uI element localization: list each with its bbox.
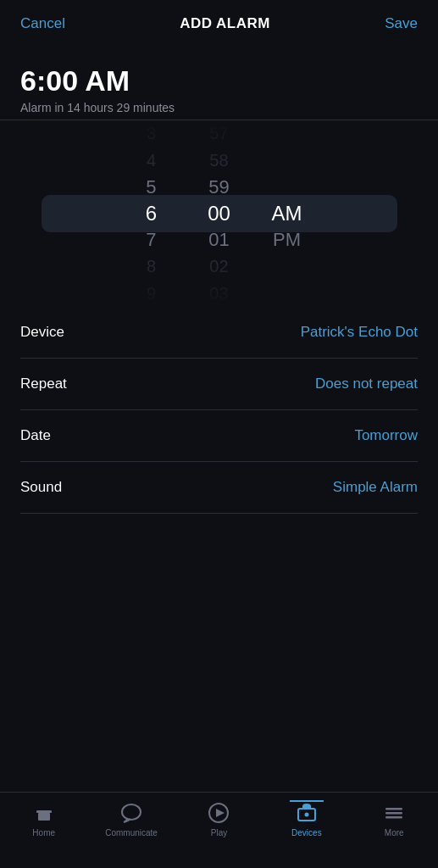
- hour-item-selected: 6: [146, 200, 157, 226]
- more-nav-label: More: [385, 828, 404, 837]
- time-picker[interactable]: 3 4 5 6 7 8 9 57 58 59 00 01 02 03: [0, 120, 438, 307]
- device-label: Device: [20, 324, 64, 341]
- sound-value: Simple Alarm: [333, 479, 418, 496]
- svg-point-3: [122, 804, 141, 820]
- repeat-row[interactable]: Repeat Does not repeat: [20, 359, 418, 410]
- ampm-item: [272, 147, 302, 173]
- communicate-icon: [119, 801, 143, 825]
- active-indicator: [290, 800, 324, 802]
- ampm-item-selected: AM: [272, 200, 302, 226]
- nav-item-devices[interactable]: Devices: [273, 801, 341, 837]
- alarm-countdown: Alarm in 14 hours 29 minutes: [20, 101, 418, 114]
- minute-picker[interactable]: 57 58 59 00 01 02 03: [186, 120, 253, 307]
- current-time: 6:00 AM: [20, 64, 418, 97]
- devices-nav-label: Devices: [291, 828, 322, 837]
- nav-item-home[interactable]: Home: [10, 801, 78, 837]
- ampm-picker[interactable]: AM PM: [253, 120, 321, 307]
- minute-item-selected: 00: [208, 200, 230, 226]
- home-icon: [32, 801, 56, 825]
- cancel-button[interactable]: Cancel: [20, 15, 65, 32]
- nav-item-communicate[interactable]: Communicate: [97, 801, 165, 837]
- hour-item: 9: [146, 281, 157, 307]
- sound-label: Sound: [20, 479, 62, 496]
- svg-rect-10: [385, 816, 402, 819]
- svg-marker-5: [216, 809, 225, 817]
- repeat-value: Does not repeat: [315, 376, 418, 392]
- minute-item: 57: [208, 120, 230, 147]
- ampm-item: [272, 281, 302, 307]
- header: Cancel ADD ALARM Save: [0, 0, 438, 44]
- minute-item: 01: [208, 227, 230, 253]
- ampm-item: PM: [272, 227, 302, 253]
- ampm-item: [272, 253, 302, 280]
- svg-rect-2: [42, 816, 47, 821]
- nav-item-play[interactable]: Play: [185, 801, 252, 837]
- sound-row[interactable]: Sound Simple Alarm: [20, 462, 418, 514]
- date-row[interactable]: Date Tomorrow: [20, 410, 418, 462]
- page-title: ADD ALARM: [180, 15, 270, 32]
- more-icon: [382, 801, 406, 825]
- hour-picker[interactable]: 3 4 5 6 7 8 9: [118, 120, 186, 307]
- device-value: Patrick's Echo Dot: [301, 324, 418, 341]
- minute-item: 02: [208, 253, 230, 280]
- hour-item: 7: [146, 227, 157, 253]
- home-nav-label: Home: [32, 828, 55, 837]
- svg-rect-9: [385, 812, 402, 815]
- hour-item: 4: [146, 147, 157, 173]
- ampm-item: [272, 174, 302, 200]
- minute-item: 58: [208, 147, 230, 173]
- communicate-nav-label: Communicate: [105, 828, 158, 837]
- svg-rect-8: [385, 808, 402, 810]
- hour-item: 5: [146, 174, 157, 200]
- svg-point-7: [304, 813, 308, 817]
- play-icon: [207, 801, 230, 825]
- minute-item: 59: [208, 174, 230, 200]
- device-row[interactable]: Device Patrick's Echo Dot: [20, 307, 418, 359]
- picker-columns: 3 4 5 6 7 8 9 57 58 59 00 01 02 03: [118, 120, 321, 307]
- bottom-navigation: Home Communicate Play: [0, 792, 438, 868]
- hour-item: 8: [146, 253, 157, 280]
- ampm-item: [272, 120, 302, 147]
- minute-item: 03: [208, 281, 230, 307]
- repeat-label: Repeat: [20, 376, 67, 392]
- devices-icon: [295, 801, 319, 825]
- svg-rect-0: [36, 810, 52, 813]
- time-display: 6:00 AM Alarm in 14 hours 29 minutes: [0, 44, 438, 120]
- date-value: Tomorrow: [354, 427, 418, 444]
- play-nav-label: Play: [211, 828, 227, 837]
- date-label: Date: [20, 427, 51, 444]
- settings-section: Device Patrick's Echo Dot Repeat Does no…: [0, 307, 438, 514]
- hour-item: 3: [146, 120, 157, 147]
- save-button[interactable]: Save: [385, 15, 418, 32]
- nav-item-more[interactable]: More: [360, 801, 428, 837]
